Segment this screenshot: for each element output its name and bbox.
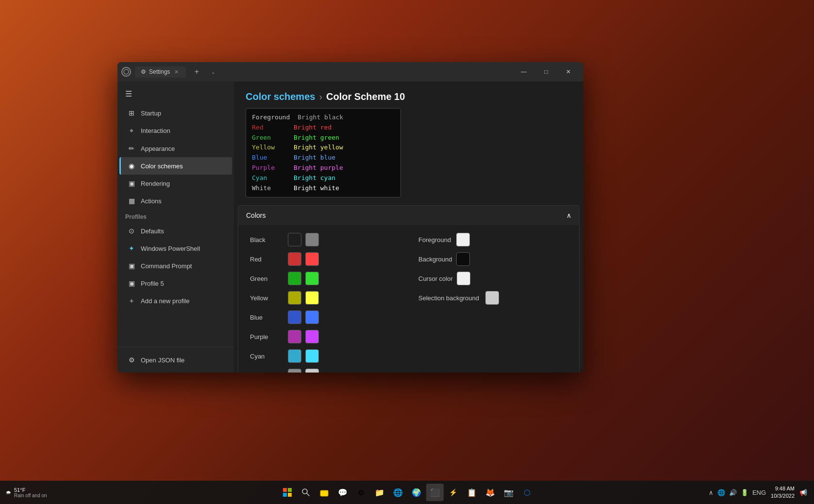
- edge-taskbar-button[interactable]: 🌐: [389, 484, 407, 501]
- maximize-button[interactable]: □: [535, 64, 557, 80]
- weather-widget[interactable]: 🌧 51°F Rain off and on: [6, 487, 47, 498]
- file-explorer-taskbar-button[interactable]: [316, 484, 333, 501]
- sidebar-hamburger-button[interactable]: ☰: [117, 85, 234, 102]
- color-column-right: Foreground Background: [409, 233, 567, 373]
- color-label-red: Red: [250, 256, 284, 263]
- preview-row-cyan: Cyan Bright cyan: [252, 173, 395, 183]
- preview-bright-foreground: Bright black: [298, 113, 343, 123]
- weather-icon: 🌧: [6, 489, 11, 495]
- network-icon[interactable]: 🌐: [716, 488, 726, 497]
- color-swatch-yellow-normal[interactable]: [288, 291, 301, 305]
- sidebar-item-cmd[interactable]: ▣ Command Prompt: [119, 257, 232, 275]
- color-swatch-green-bright[interactable]: [305, 272, 319, 285]
- color-column-left: Black Red: [250, 233, 409, 373]
- color-swatch-selection[interactable]: [485, 291, 499, 305]
- color-row-white: White: [250, 369, 389, 373]
- settings-tab[interactable]: ⚙ Settings ✕: [135, 66, 186, 78]
- color-swatch-black-bright[interactable]: [305, 233, 319, 246]
- sidebar-item-rendering[interactable]: ▣ Rendering: [119, 175, 232, 192]
- startup-icon: ⊞: [127, 109, 136, 117]
- svg-rect-4: [288, 493, 292, 497]
- title-bar-left: ⚙ Settings ✕ + ⌄: [121, 65, 513, 79]
- profiles-section-label: Profiles: [117, 210, 234, 222]
- colors-header[interactable]: Colors ∧: [238, 206, 579, 225]
- color-swatch-purple-normal[interactable]: [288, 330, 301, 343]
- teams-taskbar-button[interactable]: 💬: [334, 484, 351, 501]
- tab-close-button[interactable]: ✕: [173, 68, 180, 76]
- sidebar-item-label: Defaults: [141, 228, 164, 235]
- window-controls: — □ ✕: [513, 64, 580, 80]
- search-taskbar-button[interactable]: [297, 484, 315, 501]
- app5-taskbar-button[interactable]: 📷: [500, 484, 517, 501]
- color-swatch-background[interactable]: [456, 252, 470, 266]
- sidebar-item-defaults[interactable]: ⊙ Defaults: [119, 222, 232, 240]
- gear-icon: ⚙: [141, 68, 146, 75]
- sidebar-item-actions[interactable]: ▦ Actions: [119, 192, 232, 210]
- color-label-black: Black: [250, 236, 284, 244]
- color-swatch-cursor[interactable]: [457, 272, 470, 285]
- preview-label-cyan: Cyan: [252, 173, 286, 183]
- browser2-taskbar-button[interactable]: 🌍: [408, 484, 425, 501]
- sidebar-item-powershell[interactable]: ✦ Windows PowerShell: [119, 240, 232, 257]
- close-button[interactable]: ✕: [557, 64, 580, 80]
- sidebar-item-color-schemes[interactable]: ◉ Color schemes: [119, 157, 232, 175]
- color-swatch-blue-bright[interactable]: [305, 310, 319, 324]
- color-swatch-green-normal[interactable]: [288, 272, 301, 285]
- preview-bright-purple: Bright purple: [294, 163, 343, 173]
- lang-indicator[interactable]: ENG: [751, 488, 767, 497]
- color-swatch-blue-normal[interactable]: [288, 310, 301, 324]
- color-swatch-red-bright[interactable]: [305, 252, 319, 266]
- main-area: ☰ ⊞ Startup ⌖ Interaction ✏ Appearance ◉…: [117, 81, 583, 373]
- open-json-button[interactable]: ⚙ Open JSON file: [119, 351, 232, 369]
- system-tray: ∧ 🌐 🔊 🔋 ENG: [708, 488, 767, 497]
- sidebar-item-label: Windows PowerShell: [141, 245, 200, 252]
- color-row-green: Green: [250, 272, 389, 285]
- clock-time: 9:48 AM: [771, 485, 795, 492]
- sidebar-item-appearance[interactable]: ✏ Appearance: [119, 140, 232, 157]
- sidebar-item-add-profile[interactable]: + Add a new profile: [119, 292, 232, 309]
- terminal-tab-icon: [121, 67, 131, 77]
- interaction-icon: ⌖: [127, 127, 136, 135]
- rendering-icon: ▣: [127, 179, 136, 187]
- svg-rect-3: [283, 493, 287, 497]
- preview-row-white: White Bright white: [252, 183, 395, 194]
- color-schemes-icon: ◉: [127, 162, 136, 170]
- sidebar-item-startup[interactable]: ⊞ Startup: [119, 104, 232, 122]
- preview-bright-red: Bright red: [294, 123, 332, 133]
- battery-icon[interactable]: 🔋: [740, 488, 749, 497]
- color-swatch-foreground[interactable]: [456, 233, 470, 246]
- color-swatch-purple-bright[interactable]: [305, 330, 319, 343]
- color-swatch-white-bright[interactable]: [305, 369, 319, 373]
- preview-bright-green: Bright green: [294, 133, 339, 143]
- color-swatch-black-normal[interactable]: [288, 233, 301, 246]
- sidebar-item-profile5[interactable]: ▣ Profile 5: [119, 275, 232, 292]
- color-swatch-yellow-bright[interactable]: [305, 291, 319, 305]
- minimize-button[interactable]: —: [513, 64, 535, 80]
- system-clock[interactable]: 9:48 AM 10/3/2022: [771, 485, 795, 500]
- notification-icon[interactable]: 📢: [798, 488, 808, 497]
- add-tab-button[interactable]: +: [190, 65, 203, 79]
- svg-point-0: [124, 69, 129, 74]
- app2-taskbar-button[interactable]: ⚡: [445, 484, 462, 501]
- tray-expand-icon[interactable]: ∧: [708, 488, 714, 497]
- color-swatch-red-normal[interactable]: [288, 252, 301, 266]
- vscode-taskbar-button[interactable]: ⬡: [518, 484, 536, 501]
- app4-taskbar-button[interactable]: 🦊: [482, 484, 499, 501]
- preview-row-foreground: Foreground Bright black: [252, 113, 395, 123]
- content-wrapper: Color schemes › Color Scheme 10 Foregrou…: [234, 81, 583, 373]
- color-label-background: Background: [418, 256, 452, 263]
- app3-taskbar-button[interactable]: 📋: [463, 484, 481, 501]
- sidebar-bottom: ⚙ Open JSON file: [117, 347, 234, 369]
- color-swatch-cyan-normal[interactable]: [288, 349, 301, 363]
- tab-dropdown-button[interactable]: ⌄: [207, 66, 219, 78]
- color-swatch-white-normal[interactable]: [288, 369, 301, 373]
- volume-icon[interactable]: 🔊: [728, 488, 738, 497]
- folder-taskbar-button[interactable]: 📁: [371, 484, 388, 501]
- sidebar-item-interaction[interactable]: ⌖ Interaction: [119, 122, 232, 140]
- terminal-taskbar-button[interactable]: ⬛: [426, 484, 444, 501]
- settings-taskbar-button[interactable]: ⚙: [352, 484, 370, 501]
- sidebar-item-label: Command Prompt: [141, 262, 192, 270]
- breadcrumb-parent[interactable]: Color schemes: [246, 91, 315, 102]
- color-swatch-cyan-bright[interactable]: [305, 349, 319, 363]
- start-button[interactable]: [279, 484, 296, 501]
